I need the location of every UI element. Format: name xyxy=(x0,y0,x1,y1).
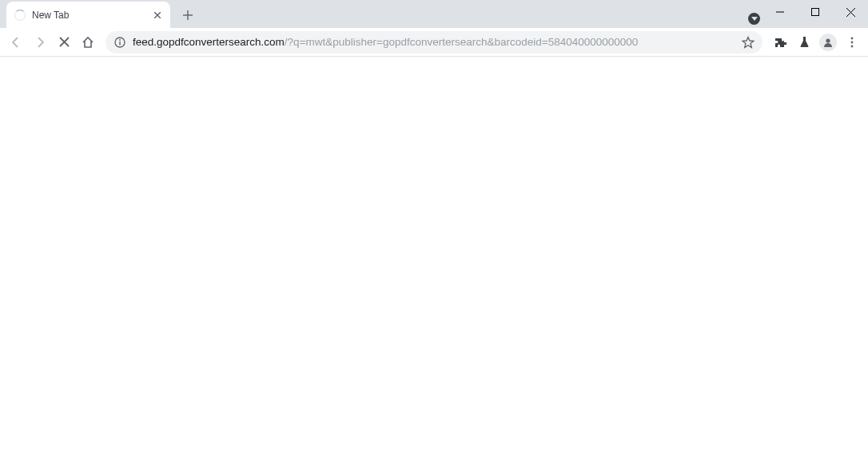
stop-reload-button[interactable] xyxy=(53,31,75,54)
close-window-button[interactable] xyxy=(833,0,868,24)
svg-point-13 xyxy=(826,38,830,42)
forward-button[interactable] xyxy=(29,31,51,54)
svg-point-16 xyxy=(851,45,854,47)
page-content xyxy=(0,57,868,476)
svg-point-14 xyxy=(851,37,854,39)
maximize-button[interactable] xyxy=(798,0,833,24)
home-button[interactable] xyxy=(77,31,99,54)
minimize-button[interactable] xyxy=(762,0,798,24)
loading-spinner-icon xyxy=(14,10,26,21)
svg-rect-5 xyxy=(812,9,819,16)
site-info-icon[interactable] xyxy=(113,36,126,49)
extension-flask-icon[interactable] xyxy=(793,31,815,54)
url-domain: feed.gopdfconvertersearch.com xyxy=(133,36,285,48)
svg-point-15 xyxy=(851,41,854,43)
url-path: /?q=mwt&publisher=gopdfconvertersearch&b… xyxy=(285,36,638,48)
new-tab-button[interactable] xyxy=(177,4,199,26)
url-text[interactable]: feed.gopdfconvertersearch.com/?q=mwt&pub… xyxy=(133,36,735,48)
tab-close-button[interactable] xyxy=(151,9,164,22)
toolbar: feed.gopdfconvertersearch.com/?q=mwt&pub… xyxy=(0,28,868,57)
profile-button[interactable] xyxy=(817,31,839,54)
extensions-puzzle-icon[interactable] xyxy=(769,31,791,54)
menu-button[interactable] xyxy=(841,31,863,54)
extension-badge-icon[interactable] xyxy=(748,13,760,25)
profile-avatar-icon xyxy=(819,34,837,51)
title-bar: New Tab xyxy=(0,0,868,28)
tab-title: New Tab xyxy=(32,10,151,21)
back-button[interactable] xyxy=(5,31,27,54)
svg-point-11 xyxy=(119,39,121,41)
bookmark-star-icon[interactable] xyxy=(742,36,755,49)
address-bar[interactable]: feed.gopdfconvertersearch.com/?q=mwt&pub… xyxy=(106,31,762,54)
window-controls xyxy=(762,0,868,24)
browser-tab[interactable]: New Tab xyxy=(6,2,170,28)
